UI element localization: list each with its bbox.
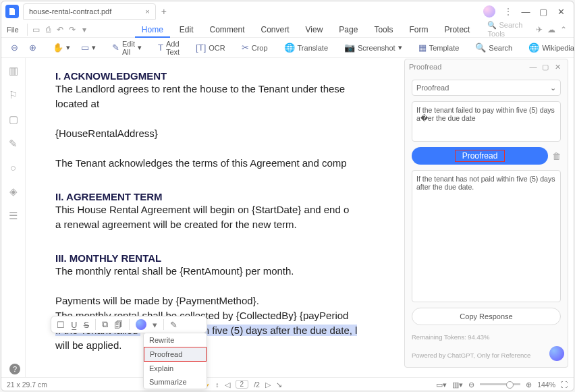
screenshot-button[interactable]: 📷Screenshot▾	[340, 40, 406, 55]
page-dims: 21 x 29.7 cm	[7, 381, 47, 389]
chevron-down-icon[interactable]: ▾	[153, 320, 157, 330]
undo-icon[interactable]: ↶	[55, 24, 65, 36]
fit-width-icon[interactable]: ▭▾	[436, 381, 447, 389]
search-tools[interactable]: 🔍 Search Tools	[487, 21, 529, 38]
reflow-icon[interactable]: ↕	[215, 381, 219, 389]
document-tab[interactable]: house-rental-contract.pdf ×	[23, 3, 156, 20]
save-icon[interactable]: ▭	[32, 24, 41, 36]
ai-orb-icon[interactable]	[483, 5, 495, 18]
attachment-icon[interactable]: ▢	[9, 113, 18, 125]
panel-maximize[interactable]: ▢	[539, 63, 551, 72]
chevron-down-icon: ⌄	[550, 84, 556, 92]
tab-title: house-rental-contract.pdf	[29, 7, 111, 16]
ocr-button[interactable]: [T]OCR	[192, 40, 229, 55]
wikipedia-button[interactable]: 🌐Wikipedia	[524, 40, 575, 55]
more-icon[interactable]: ⋮	[499, 3, 517, 20]
translate-button[interactable]: 🌐Translate	[280, 40, 332, 55]
search-button[interactable]: 🔍Search	[471, 40, 516, 55]
close-window-button[interactable]: ✕	[552, 3, 570, 20]
minimize-button[interactable]: —	[517, 3, 535, 20]
select-tool[interactable]: ▭▾	[77, 40, 100, 55]
zoom-in-button[interactable]: ⊕	[25, 40, 40, 55]
zoom-slider[interactable]	[480, 383, 520, 385]
tab-tools[interactable]: Tools	[367, 22, 400, 38]
proofread-panel: Proofread — ▢ ✕ Proofread⌄ If the tenant…	[404, 59, 568, 368]
chevron-up-icon[interactable]: ⌃	[559, 24, 568, 36]
help-icon[interactable]: ?	[9, 364, 20, 374]
highlight-icon[interactable]: ☐	[57, 320, 65, 330]
zoom-out-button[interactable]: ⊖	[7, 40, 22, 55]
selection-toolbar: ☐ U̲ S̶ ⧉ 🗐 ▾ ✎	[51, 316, 207, 333]
zoom-in-status[interactable]: ⊕	[526, 381, 532, 389]
tab-view[interactable]: View	[299, 22, 330, 38]
output-textarea[interactable]: If the tenant has not paid within five (…	[412, 170, 561, 302]
proofread-button[interactable]: Proofread	[412, 147, 548, 165]
ai-rewrite[interactable]: Rewrite	[144, 333, 207, 347]
template-button[interactable]: ▦Template	[414, 40, 464, 55]
tab-edit[interactable]: Edit	[173, 22, 200, 38]
goto-icon[interactable]: ↘	[276, 381, 282, 389]
dropdown-icon[interactable]: ▾	[80, 24, 89, 36]
app-logo	[5, 5, 19, 18]
cloud-icon[interactable]: ☁	[547, 24, 556, 36]
print-icon[interactable]: ⎙	[43, 24, 53, 36]
ai-action-menu: Rewrite Proofread Explain Summarize	[143, 333, 207, 389]
edit-icon[interactable]: ✎	[170, 320, 177, 330]
fullscreen-icon[interactable]: ⛶	[561, 381, 568, 389]
ai-proofread[interactable]: Proofread	[144, 347, 207, 362]
strikethrough-icon[interactable]: S̶	[84, 320, 89, 330]
ai-chat-icon[interactable]	[549, 346, 564, 361]
tab-form[interactable]: Form	[402, 22, 435, 38]
prev-page[interactable]: ◁	[225, 381, 230, 389]
layers-icon[interactable]: ◈	[9, 186, 18, 198]
new-tab-button[interactable]: +	[161, 6, 167, 17]
tab-comment[interactable]: Comment	[203, 22, 252, 38]
thumbnails-icon[interactable]: ▥	[9, 65, 18, 77]
annotation-icon[interactable]: ✎	[9, 138, 18, 150]
panel-minimize[interactable]: —	[527, 63, 539, 71]
copy-response-button[interactable]: Copy Response	[412, 308, 561, 325]
zoom-level: 144%	[537, 381, 555, 389]
ai-explain[interactable]: Explain	[144, 362, 207, 375]
tab-protect[interactable]: Protect	[437, 22, 476, 38]
add-text-button[interactable]: TAdd Text	[154, 40, 184, 55]
edit-all-button[interactable]: ✎Edit All▾	[108, 40, 146, 55]
note-icon[interactable]: 🗐	[114, 320, 123, 330]
powered-label: Powered by ChatGPT, Only for Reference	[412, 349, 561, 362]
trash-icon[interactable]: 🗑	[552, 151, 561, 161]
tab-home[interactable]: Home	[135, 22, 170, 38]
panel-close[interactable]: ✕	[551, 63, 564, 72]
input-textarea[interactable]: If the tenant failed to pay within five …	[412, 101, 561, 142]
hand-tool[interactable]: ✋▾	[49, 40, 74, 55]
tab-convert[interactable]: Convert	[254, 22, 296, 38]
panel-title: Proofread	[409, 63, 441, 71]
crop-button[interactable]: ✂Crop	[238, 40, 272, 55]
close-tab-icon[interactable]: ×	[145, 7, 149, 16]
zoom-out-status[interactable]: ⊖	[468, 381, 474, 389]
copy-icon[interactable]: ⧉	[102, 319, 108, 330]
page-total: /2	[254, 381, 260, 389]
mode-select[interactable]: Proofread⌄	[412, 80, 561, 96]
search-panel-icon[interactable]: ○	[10, 162, 16, 173]
bookmark-icon[interactable]: ⚐	[9, 89, 18, 101]
ai-orb-icon[interactable]	[136, 319, 146, 330]
fields-icon[interactable]: ☰	[9, 210, 18, 222]
file-menu[interactable]: File	[7, 26, 19, 34]
send-icon[interactable]: ✈	[535, 24, 544, 36]
maximize-button[interactable]: ▢	[535, 3, 552, 20]
redo-icon[interactable]: ↷	[67, 24, 77, 36]
ai-summarize[interactable]: Summarize	[144, 375, 207, 389]
tokens-label: Remaining Tokens: 94.43%	[412, 331, 561, 343]
tab-page[interactable]: Page	[332, 22, 364, 38]
page-input[interactable]: 2	[236, 380, 249, 389]
layout-icon[interactable]: ▥▾	[452, 381, 463, 389]
next-page[interactable]: ▷	[265, 381, 271, 389]
underline-icon[interactable]: U̲	[71, 320, 78, 330]
